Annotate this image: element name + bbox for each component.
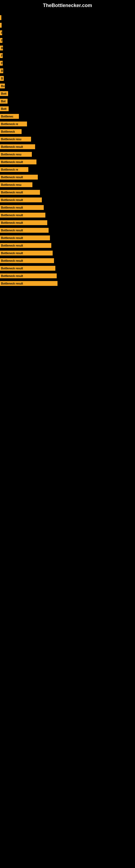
bar-label: Bottleneck result <box>1 198 23 202</box>
bar-label: Bo <box>1 85 5 88</box>
bar-label: Bottleneck result <box>1 176 23 179</box>
bar-label: Bottleneck result <box>1 267 23 270</box>
bar-fill: F <box>0 61 3 66</box>
bar-label: Bottleneck result <box>1 221 23 224</box>
bar-fill: Bottleneck re <box>0 122 27 126</box>
bar-label: Bottleneck result <box>1 252 23 255</box>
bar-row: Bot <box>0 98 135 104</box>
bar-row: Bottleneck result <box>0 205 135 211</box>
bar-fill: Bottleneck result <box>0 273 57 278</box>
bar-row: Bottleneck result <box>0 280 135 286</box>
bar-label: Bottleneck result <box>1 282 23 285</box>
bar-fill: Bottleneck resu <box>0 152 32 157</box>
bar-row: B <box>0 45 135 51</box>
bar-label: Bottleneck <box>1 130 15 133</box>
bar-row: B <box>0 68 135 74</box>
bar-fill: Bottleneck resu <box>0 137 31 142</box>
bar-row <box>0 22 135 28</box>
bar-fill: Bottleneck <box>0 129 21 134</box>
bar-fill: F <box>0 38 2 43</box>
bar-label: Bottleneck result <box>1 161 23 163</box>
bar-label: F <box>1 54 3 57</box>
bar-label: Bottleneck re <box>1 123 18 126</box>
bar-fill: Bottleneck resu <box>0 182 32 187</box>
bar-row: Bottleneck result <box>0 220 135 226</box>
bar-fill: Bottleneck re <box>0 167 28 172</box>
bar-row <box>0 14 135 21</box>
bar-row: Bottleneck result <box>0 265 135 271</box>
bar-fill: Bottleneck result <box>0 197 42 203</box>
bar-row: Bottleneck result <box>0 212 135 218</box>
bar-fill: Bottleneck result <box>0 236 50 240</box>
bar-row: Bottleneck result <box>0 197 135 203</box>
bar-label: Bottleneck re <box>1 168 18 171</box>
bar-row: Bottleneck result <box>0 258 135 264</box>
bar-chart: FFBFFBBBoBottBotBottBottlenecBottleneck … <box>0 10 135 287</box>
bar-label: Bottleneck result <box>1 229 23 232</box>
bar-row: Bottleneck result <box>0 189 135 195</box>
bar-row: Bottleneck result <box>0 174 135 180</box>
bar-fill: Bottleneck result <box>0 175 38 180</box>
bar-row: Bott <box>0 106 135 112</box>
bar-label: B <box>1 69 3 72</box>
bar-fill: Bottleneck result <box>0 258 54 263</box>
bar-label: Bottlenec <box>1 115 13 118</box>
bar-fill <box>0 23 2 28</box>
bar-label: Bottleneck result <box>1 244 23 247</box>
bar-fill: Bott <box>0 106 9 111</box>
bar-row: Bottleneck resu <box>0 151 135 157</box>
bar-label: Bottleneck resu <box>1 153 21 156</box>
bar-row: Bottleneck result <box>0 227 135 233</box>
bar-label: B <box>1 46 3 50</box>
bar-label: Bottleneck result <box>1 145 23 148</box>
bar-label: Bott <box>1 92 6 95</box>
bar-fill: Bottleneck result <box>0 159 37 164</box>
bar-label: F <box>1 39 2 42</box>
bar-label: B <box>1 77 3 80</box>
bar-row: Bo <box>0 83 135 89</box>
bar-row: Bottleneck re <box>0 166 135 173</box>
bar-row: Bottleneck resu <box>0 136 135 142</box>
bar-row: Bottleneck result <box>0 159 135 165</box>
bar-row: Bottleneck result <box>0 250 135 256</box>
bar-fill: Bottleneck result <box>0 243 51 248</box>
bar-label: Bottleneck resu <box>1 183 21 186</box>
bar-fill: Bottlenec <box>0 114 19 119</box>
bar-fill: Bottleneck result <box>0 205 44 210</box>
bar-row: F <box>0 37 135 43</box>
bar-row: B <box>0 75 135 82</box>
bar-label: Bot <box>1 100 6 103</box>
bar-label: Bottleneck result <box>1 206 23 209</box>
bar-fill: Bottleneck result <box>0 281 57 286</box>
bar-label: F <box>1 31 2 34</box>
bar-row: F <box>0 30 135 36</box>
bar-row: Bottleneck result <box>0 273 135 279</box>
bar-label: Bottleneck resu <box>1 138 21 141</box>
bar-label: Bottleneck result <box>1 275 23 278</box>
bar-label: F <box>1 62 3 65</box>
bar-fill: Bot <box>0 99 8 104</box>
bar-row: F <box>0 60 135 66</box>
bar-fill: F <box>0 53 3 58</box>
bar-fill: Bottleneck result <box>0 190 40 195</box>
bar-label: Bottleneck result <box>1 237 23 240</box>
bar-label: Bottleneck result <box>1 214 23 217</box>
bar-row: Bottleneck <box>0 129 135 134</box>
bar-fill: Bottleneck result <box>0 213 45 218</box>
site-title: TheBottlenecker.com <box>0 0 135 10</box>
bar-label: Bottleneck result <box>1 191 23 194</box>
bar-label: Bottleneck result <box>1 259 23 262</box>
bar-fill: Bottleneck result <box>0 251 53 255</box>
bar-row: Bott <box>0 91 135 97</box>
bar-fill: Bo <box>0 84 5 88</box>
bar-row: F <box>0 53 135 59</box>
bar-row: Bottleneck result <box>0 144 135 150</box>
bar-row: Bottleneck result <box>0 235 135 241</box>
bar-row: Bottleneck re <box>0 121 135 127</box>
bar-fill: Bottleneck result <box>0 228 49 233</box>
bar-fill: Bott <box>0 91 8 96</box>
bar-fill: B <box>0 76 4 81</box>
bar-fill: B <box>0 45 3 51</box>
bar-fill: F <box>0 30 2 35</box>
bar-fill: Bottleneck result <box>0 144 35 149</box>
